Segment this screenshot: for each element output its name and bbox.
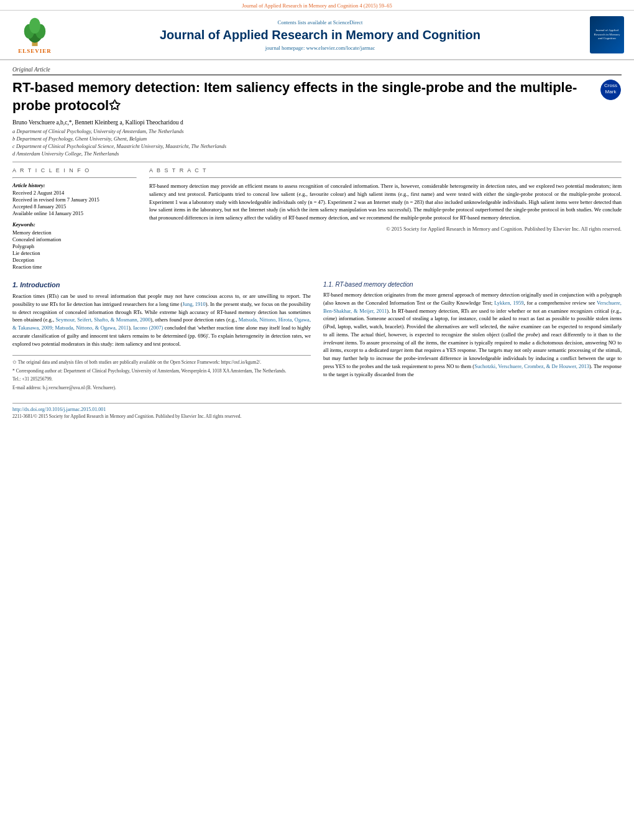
ref-lykken-1959[interactable]: Lykken, 1959 bbox=[494, 300, 523, 306]
keyword-2: Concealed information bbox=[12, 236, 137, 242]
abstract-text: RT-based memory detection may provide an… bbox=[149, 182, 622, 222]
keyword-4: Lie detection bbox=[12, 250, 137, 256]
info-abstract-section: A R T I C L E I N F O Article history: R… bbox=[12, 167, 622, 274]
affiliation-d: d Amsterdam University College, The Neth… bbox=[12, 150, 622, 157]
footnotes: ✩ The original data and analysis files o… bbox=[12, 355, 311, 391]
ref-seymour-2000[interactable]: Seymour, Seifert, Shafto, & Mosmann, 200… bbox=[55, 316, 150, 323]
sciencedirect-link: Contents lists available at ScienceDirec… bbox=[60, 19, 581, 25]
available-date: Available online 14 January 2015 bbox=[12, 210, 137, 216]
ref-jung-1910[interactable]: Jung, 1910 bbox=[182, 301, 205, 307]
elsevier-logo-container: ELSEVIER bbox=[10, 16, 60, 54]
header-divider bbox=[12, 162, 622, 162]
bottom-bar: http://dx.doi.org/10.1016/j.jarmac.2015.… bbox=[12, 403, 622, 419]
svg-text:Cross: Cross bbox=[604, 83, 617, 88]
article-container: Original Article RT-based memory detecti… bbox=[0, 60, 634, 432]
introduction-paragraph2: RT-based memory detection originates fro… bbox=[323, 291, 622, 378]
body-col-right: 1.1. RT-based memory detection RT-based … bbox=[323, 281, 622, 393]
elsevier-brand-text: ELSEVIER bbox=[18, 48, 52, 54]
revised-date: Received in revised form 7 January 2015 bbox=[12, 196, 137, 203]
affiliation-b: b Department of Psychology, Ghent Univer… bbox=[12, 136, 622, 142]
article-history: Article history: Received 2 August 2014 … bbox=[12, 182, 137, 216]
keywords-label: Keywords: bbox=[12, 221, 137, 228]
received-date: Received 2 August 2014 bbox=[12, 190, 137, 196]
svg-point-4 bbox=[29, 18, 40, 34]
body-col-left: 1. Introduction Reaction times (RTs) can… bbox=[12, 281, 311, 393]
svg-text:Mark: Mark bbox=[605, 89, 617, 95]
affiliation-c: c Department of Clinical Psychological S… bbox=[12, 143, 622, 149]
footnote-4: E-mail address: b.j.verschuere@uva.nl (B… bbox=[12, 385, 311, 392]
accepted-date: Accepted 8 January 2015 bbox=[12, 203, 137, 210]
body-content: 1. Introduction Reaction times (RTs) can… bbox=[12, 281, 622, 393]
abstract-col: A B S T R A C T RT-based memory detectio… bbox=[149, 167, 622, 274]
keyword-6: Reaction time bbox=[12, 264, 137, 270]
elsevier-tree-icon bbox=[19, 16, 50, 47]
homepage-link: journal homepage: www.elsevier.com/locat… bbox=[60, 45, 581, 51]
keyword-5: Deception bbox=[12, 257, 137, 263]
abstract-header: A B S T R A C T bbox=[149, 167, 622, 173]
authors-text: Bruno Verschuere a,b,c,*, Bennett Kleinb… bbox=[12, 119, 183, 126]
journal-logo-image: Journal of Applied Research in Memory an… bbox=[590, 16, 624, 53]
subsection-title: 1.1. RT-based memory detection bbox=[323, 281, 622, 288]
article-info-divider bbox=[12, 177, 137, 178]
keywords-section: Keywords: Memory detection Concealed inf… bbox=[12, 221, 137, 270]
footnote-2: * Corresponding author at: Department of… bbox=[12, 368, 311, 375]
footnote-3: Tel.: +31 205256799. bbox=[12, 376, 311, 383]
article-title-row: RT-based memory detection: Item saliency… bbox=[12, 79, 622, 114]
crossmark-icon: Cross Mark bbox=[600, 79, 622, 101]
affiliation-a: a Department of Clinical Psychology, Uni… bbox=[12, 128, 622, 134]
journal-title: Journal of Applied Research in Memory an… bbox=[60, 28, 581, 42]
doi-link[interactable]: http://dx.doi.org/10.1016/j.jarmac.2015.… bbox=[12, 407, 622, 412]
keyword-3: Polygraph bbox=[12, 243, 137, 249]
ref-suchotzki-2013[interactable]: Suchotzki, Verschuere, Crombez, & De Hou… bbox=[474, 363, 589, 369]
keyword-1: Memory detection bbox=[12, 229, 137, 236]
bottom-copyright: 2211-3681/© 2015 Society for Applied Res… bbox=[12, 413, 622, 419]
article-type-label: Original Article bbox=[12, 67, 622, 75]
ref-verschuere-2011[interactable]: Verschuere, Ben-Shakhar, & Meijer, 2011 bbox=[323, 300, 622, 314]
journal-header: ELSEVIER Contents lists available at Sci… bbox=[0, 11, 634, 60]
article-info-header: A R T I C L E I N F O bbox=[12, 167, 137, 173]
authors-line: Bruno Verschuere a,b,c,*, Bennett Kleinb… bbox=[12, 119, 622, 126]
abstract-divider bbox=[149, 177, 622, 178]
abstract-copyright: © 2015 Society for Applied Research in M… bbox=[149, 226, 622, 232]
article-info-col: A R T I C L E I N F O Article history: R… bbox=[12, 167, 137, 274]
article-title: RT-based memory detection: Item saliency… bbox=[12, 79, 594, 114]
introduction-paragraph1: Reaction times (RTs) can be used to reve… bbox=[12, 292, 311, 348]
history-label: Article history: bbox=[12, 182, 137, 188]
introduction-title: 1. Introduction bbox=[12, 281, 311, 288]
footnote-1: ✩ The original data and analysis files o… bbox=[12, 359, 311, 366]
journal-center-header: Contents lists available at ScienceDirec… bbox=[60, 19, 581, 51]
ref-iacono-2007[interactable]: Iacono (2007) bbox=[133, 325, 163, 331]
affiliations-list: a Department of Clinical Psychology, Uni… bbox=[12, 128, 622, 157]
journal-citation-text: Journal of Applied Research in Memory an… bbox=[242, 2, 392, 9]
journal-citation-bar: Journal of Applied Research in Memory an… bbox=[0, 0, 634, 11]
journal-logo-right: Journal of Applied Research in Memory an… bbox=[581, 16, 624, 53]
